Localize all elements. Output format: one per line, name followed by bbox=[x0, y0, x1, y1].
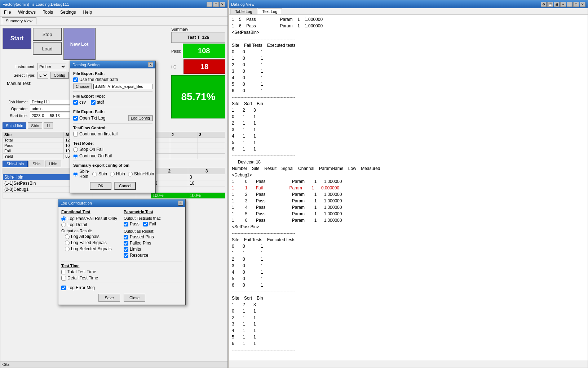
continue-first-fail-label: Continue on first fail bbox=[79, 131, 118, 136]
passed-pins-checkbox[interactable] bbox=[124, 235, 128, 239]
sbin-hbin-bin-tab[interactable]: Sbin-Hbin bbox=[3, 161, 28, 167]
stop-button[interactable]: Stop bbox=[33, 28, 62, 41]
separator-1 bbox=[73, 91, 152, 92]
total-test-time-checkbox[interactable] bbox=[61, 270, 66, 274]
select-type-select[interactable]: L bbox=[37, 72, 48, 79]
csv-checkbox[interactable] bbox=[73, 100, 78, 105]
failed-pins-checkbox[interactable] bbox=[124, 241, 128, 246]
log-line: Site Fail Tests Executed tests bbox=[232, 237, 585, 243]
log-line: ----------------------------------------… bbox=[232, 94, 585, 100]
minimize-button[interactable]: _ bbox=[207, 2, 212, 7]
start-button[interactable]: Start bbox=[3, 28, 31, 49]
log-save-button[interactable]: Save bbox=[98, 294, 120, 302]
datalog-content[interactable]: 1 5 Pass Param 1 1.000000 1 6 Pass Param… bbox=[229, 15, 588, 360]
load-button[interactable]: Load bbox=[33, 42, 62, 55]
tab-summary-view[interactable]: Summary View bbox=[2, 17, 36, 24]
sbin-hbin2-radio[interactable] bbox=[128, 172, 133, 176]
log-selected-signals-radio[interactable] bbox=[65, 247, 70, 251]
sbin-hbin-tab[interactable]: Sbin-Hbin bbox=[3, 122, 26, 129]
open-txt-checkbox[interactable] bbox=[73, 116, 78, 121]
datalog-toolbar-icon-2[interactable]: 💾 bbox=[547, 2, 553, 7]
menu-help[interactable]: Help bbox=[81, 9, 94, 15]
datalog-cancel-button[interactable]: Cancel bbox=[114, 182, 136, 190]
log-pass-fail-radio[interactable] bbox=[61, 216, 66, 221]
hbin-tab[interactable]: H bbox=[44, 122, 53, 129]
output-result-section: Output as Result: Log All Signals Log Fa… bbox=[61, 229, 120, 251]
menu-windows[interactable]: Windows bbox=[16, 9, 38, 15]
datalog-close[interactable]: ✕ bbox=[580, 2, 585, 7]
datalog-tab-bar: Table Log Text Log bbox=[229, 8, 588, 15]
pass-checkbox[interactable] bbox=[124, 222, 128, 226]
log-line: 6 1 1 bbox=[232, 340, 585, 347]
hbin-bin-tab[interactable]: Hbin bbox=[45, 161, 61, 167]
log-failed-signals-radio[interactable] bbox=[65, 241, 70, 245]
datalog-toolbar-icon-1[interactable]: ⚙ bbox=[541, 2, 547, 7]
datalog-toolbar-icon-4[interactable]: ✂ bbox=[560, 2, 566, 7]
log-line: 6 0 1 bbox=[232, 282, 585, 288]
maximize-button[interactable]: □ bbox=[213, 2, 219, 7]
datalog-ok-button[interactable]: OK bbox=[90, 182, 111, 190]
fail-checkbox[interactable] bbox=[143, 222, 148, 226]
log-line: 1 6 Pass Param 1 1.000000 bbox=[232, 217, 585, 224]
resource-checkbox[interactable] bbox=[124, 253, 128, 258]
log-line: 0 1 1 bbox=[232, 308, 585, 314]
use-default-checkbox[interactable] bbox=[73, 77, 78, 82]
log-line: 2 0 1 bbox=[232, 62, 585, 68]
export-type-row: csv stdf bbox=[73, 100, 152, 105]
continue-first-fail-checkbox[interactable] bbox=[73, 132, 78, 136]
config-button[interactable]: Config bbox=[50, 72, 68, 79]
close-button[interactable]: ✕ bbox=[220, 2, 225, 7]
continue-on-fail-radio[interactable] bbox=[73, 154, 78, 158]
stdf-checkbox[interactable] bbox=[91, 100, 96, 105]
menu-file[interactable]: File bbox=[2, 9, 13, 15]
tab-table-log[interactable]: Table Log bbox=[230, 8, 257, 14]
log-close-button[interactable]: Close bbox=[124, 294, 145, 302]
instrument-select[interactable]: Prober bbox=[37, 63, 66, 70]
resource-label: Resource bbox=[130, 253, 148, 258]
log-line: 2 1 1 bbox=[232, 120, 585, 126]
menu-tools[interactable]: Tools bbox=[41, 9, 55, 15]
tab-text-log[interactable]: Text Log bbox=[258, 8, 282, 14]
open-txt-row: Open Txt Log Log Config bbox=[73, 115, 152, 121]
log-all-signals-radio[interactable] bbox=[65, 234, 70, 239]
test-mode-label: Test Mode: bbox=[73, 141, 152, 145]
log-failed-signals-label: Log Failed Signals bbox=[71, 240, 107, 245]
log-divider-2 bbox=[61, 283, 182, 283]
sbin-tab[interactable]: Sbin bbox=[28, 122, 42, 129]
log-line: 4 0 1 bbox=[232, 269, 585, 275]
datalog-toolbar-icon-3[interactable]: 🖨 bbox=[554, 2, 560, 7]
new-lot-button[interactable]: New Lot bbox=[63, 28, 96, 60]
log-detail-radio[interactable] bbox=[61, 223, 66, 227]
log-error-msg-checkbox[interactable] bbox=[61, 286, 66, 290]
log-divider bbox=[61, 261, 182, 261]
log-error-msg-label: Log Error Msg bbox=[67, 285, 95, 290]
sbin-hbin-radio[interactable] bbox=[73, 172, 78, 176]
job-name-value: Debug111 bbox=[30, 99, 73, 105]
log-line: Number Site Result Signal Channal ParamN… bbox=[232, 165, 585, 172]
datalog-dialog-close[interactable]: ✕ bbox=[148, 62, 153, 67]
sbin-bin-tab[interactable]: Sbin bbox=[28, 161, 44, 167]
menu-settings[interactable]: Settings bbox=[58, 9, 78, 15]
title-bar-buttons: _ □ ✕ bbox=[207, 2, 225, 7]
detail-test-time-checkbox[interactable] bbox=[61, 276, 66, 281]
datalog-minimize[interactable]: _ bbox=[567, 2, 572, 7]
stop-on-fail-radio[interactable] bbox=[73, 147, 78, 152]
log-config-button[interactable]: Log Config bbox=[128, 115, 152, 121]
choose-button[interactable]: Choose bbox=[73, 84, 92, 89]
passed-pins-label: Passed Pins bbox=[130, 234, 154, 239]
choose-row: Choose d:\MINI-ATE\auto_export_files bbox=[73, 84, 152, 89]
hbin-radio[interactable] bbox=[110, 172, 115, 176]
datalog-maximize[interactable]: □ bbox=[573, 2, 579, 7]
pass-fail-check-row: Pass Fail bbox=[124, 221, 182, 228]
parametric-test-col: Parametric Test Output Testsuits that: P… bbox=[124, 210, 182, 259]
datalog-dialog-body: File Export Path: Use the default path C… bbox=[70, 68, 155, 193]
output-as-result-label: Output as Result: bbox=[61, 229, 120, 233]
log-line: 5 0 1 bbox=[232, 81, 585, 87]
limits-checkbox[interactable] bbox=[124, 247, 128, 252]
log-config-close[interactable]: ✕ bbox=[178, 201, 183, 206]
row-label: Total bbox=[3, 138, 64, 143]
main-title-bar: Factory(admin)- is Loading:Debug111 _ □ … bbox=[0, 0, 227, 8]
file-export-path2-label: File Export Path: bbox=[73, 109, 152, 114]
log-line: 1 3 Pass Param 1 1.000000 bbox=[232, 198, 585, 204]
sbin-radio[interactable] bbox=[92, 172, 97, 176]
